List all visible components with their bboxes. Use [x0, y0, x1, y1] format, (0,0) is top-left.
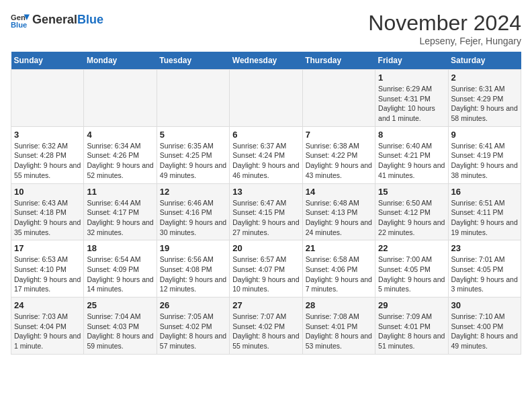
logo-icon: Gen Blue — [11, 11, 30, 30]
day-number: 4 — [87, 130, 153, 140]
calendar-cell: 10Sunrise: 6:43 AM Sunset: 4:18 PM Dayli… — [11, 183, 84, 240]
day-detail: Sunrise: 6:48 AM Sunset: 4:13 PM Dayligh… — [306, 198, 372, 238]
day-detail: Sunrise: 6:56 AM Sunset: 4:08 PM Dayligh… — [160, 255, 226, 294]
day-detail: Sunrise: 6:47 AM Sunset: 4:15 PM Dayligh… — [232, 198, 299, 238]
day-detail: Sunrise: 6:35 AM Sunset: 4:25 PM Dayligh… — [160, 141, 226, 181]
day-detail: Sunrise: 6:44 AM Sunset: 4:17 PM Dayligh… — [87, 198, 153, 238]
calendar-cell — [84, 70, 157, 127]
day-detail: Sunrise: 7:01 AM Sunset: 4:05 PM Dayligh… — [451, 255, 518, 294]
day-detail: Sunrise: 7:03 AM Sunset: 4:04 PM Dayligh… — [14, 312, 81, 351]
day-number: 23 — [451, 243, 518, 253]
calendar-cell: 27Sunrise: 7:07 AM Sunset: 4:02 PM Dayli… — [230, 298, 302, 355]
day-detail: Sunrise: 7:07 AM Sunset: 4:02 PM Dayligh… — [232, 312, 299, 351]
calendar-cell: 29Sunrise: 7:09 AM Sunset: 4:01 PM Dayli… — [375, 298, 448, 355]
calendar-table: SundayMondayTuesdayWednesdayThursdayFrid… — [11, 52, 521, 355]
day-detail: Sunrise: 6:57 AM Sunset: 4:07 PM Dayligh… — [232, 255, 299, 294]
calendar-cell: 24Sunrise: 7:03 AM Sunset: 4:04 PM Dayli… — [11, 298, 84, 355]
day-number: 16 — [451, 187, 518, 197]
day-detail: Sunrise: 6:50 AM Sunset: 4:12 PM Dayligh… — [378, 198, 445, 238]
calendar-cell — [302, 70, 375, 127]
day-detail: Sunrise: 6:34 AM Sunset: 4:26 PM Dayligh… — [87, 141, 153, 181]
calendar-cell: 3Sunrise: 6:32 AM Sunset: 4:28 PM Daylig… — [11, 126, 84, 183]
calendar-week-row: 10Sunrise: 6:43 AM Sunset: 4:18 PM Dayli… — [11, 183, 521, 240]
calendar-cell: 2Sunrise: 6:31 AM Sunset: 4:29 PM Daylig… — [448, 70, 521, 127]
calendar-cell: 19Sunrise: 6:56 AM Sunset: 4:08 PM Dayli… — [157, 240, 229, 298]
calendar-cell: 11Sunrise: 6:44 AM Sunset: 4:17 PM Dayli… — [84, 183, 157, 240]
title-area: November 2024 Lepseny, Fejer, Hungary — [368, 11, 521, 46]
calendar-cell: 21Sunrise: 6:58 AM Sunset: 4:06 PM Dayli… — [302, 240, 375, 298]
calendar-week-row: 17Sunrise: 6:53 AM Sunset: 4:10 PM Dayli… — [11, 240, 521, 298]
col-header-sunday: Sunday — [11, 52, 84, 70]
calendar-cell: 15Sunrise: 6:50 AM Sunset: 4:12 PM Dayli… — [375, 183, 448, 240]
day-number: 3 — [14, 130, 81, 140]
calendar-cell — [11, 70, 84, 127]
logo: Gen Blue GeneralBlue — [11, 11, 103, 30]
day-number: 9 — [451, 130, 518, 140]
day-number: 14 — [306, 187, 372, 197]
header: Gen Blue GeneralBlue November 2024 Lepse… — [11, 11, 521, 46]
day-detail: Sunrise: 7:09 AM Sunset: 4:01 PM Dayligh… — [378, 312, 445, 351]
day-number: 18 — [87, 243, 153, 253]
day-detail: Sunrise: 7:00 AM Sunset: 4:05 PM Dayligh… — [378, 255, 445, 294]
calendar-cell: 6Sunrise: 6:37 AM Sunset: 4:24 PM Daylig… — [230, 126, 302, 183]
calendar-cell: 17Sunrise: 6:53 AM Sunset: 4:10 PM Dayli… — [11, 240, 84, 298]
day-number: 29 — [378, 300, 445, 310]
day-detail: Sunrise: 6:43 AM Sunset: 4:18 PM Dayligh… — [14, 198, 81, 238]
day-number: 24 — [14, 300, 81, 310]
col-header-wednesday: Wednesday — [230, 52, 302, 70]
calendar-cell: 16Sunrise: 6:51 AM Sunset: 4:11 PM Dayli… — [448, 183, 521, 240]
day-number: 8 — [378, 130, 445, 140]
logo-text: GeneralBlue — [32, 13, 103, 27]
day-number: 1 — [378, 73, 445, 83]
day-number: 6 — [232, 130, 299, 140]
day-number: 25 — [87, 300, 153, 310]
calendar-cell: 22Sunrise: 7:00 AM Sunset: 4:05 PM Dayli… — [375, 240, 448, 298]
calendar-week-row: 1Sunrise: 6:29 AM Sunset: 4:31 PM Daylig… — [11, 70, 521, 127]
calendar-cell: 8Sunrise: 6:40 AM Sunset: 4:21 PM Daylig… — [375, 126, 448, 183]
day-number: 22 — [378, 243, 445, 253]
day-number: 13 — [232, 187, 299, 197]
day-number: 28 — [306, 300, 372, 310]
day-number: 11 — [87, 187, 153, 197]
day-number: 26 — [160, 300, 226, 310]
day-detail: Sunrise: 6:37 AM Sunset: 4:24 PM Dayligh… — [232, 141, 299, 181]
day-number: 30 — [451, 300, 518, 310]
calendar-header-row: SundayMondayTuesdayWednesdayThursdayFrid… — [11, 52, 521, 70]
day-number: 19 — [160, 243, 226, 253]
location-subtitle: Lepseny, Fejer, Hungary — [368, 36, 521, 46]
day-detail: Sunrise: 6:53 AM Sunset: 4:10 PM Dayligh… — [14, 255, 81, 294]
day-number: 21 — [306, 243, 372, 253]
day-number: 10 — [14, 187, 81, 197]
day-detail: Sunrise: 6:32 AM Sunset: 4:28 PM Dayligh… — [14, 141, 81, 181]
logo-general: General — [32, 13, 77, 26]
calendar-cell: 5Sunrise: 6:35 AM Sunset: 4:25 PM Daylig… — [157, 126, 229, 183]
svg-text:Gen: Gen — [11, 13, 26, 21]
col-header-saturday: Saturday — [448, 52, 521, 70]
calendar-cell: 28Sunrise: 7:08 AM Sunset: 4:01 PM Dayli… — [302, 298, 375, 355]
calendar-cell: 18Sunrise: 6:54 AM Sunset: 4:09 PM Dayli… — [84, 240, 157, 298]
day-number: 2 — [451, 73, 518, 83]
calendar-cell: 13Sunrise: 6:47 AM Sunset: 4:15 PM Dayli… — [230, 183, 302, 240]
day-number: 20 — [232, 243, 299, 253]
day-detail: Sunrise: 6:58 AM Sunset: 4:06 PM Dayligh… — [306, 255, 372, 294]
day-detail: Sunrise: 6:40 AM Sunset: 4:21 PM Dayligh… — [378, 141, 445, 181]
col-header-monday: Monday — [84, 52, 157, 70]
day-detail: Sunrise: 7:04 AM Sunset: 4:03 PM Dayligh… — [87, 312, 153, 351]
day-number: 17 — [14, 243, 81, 253]
day-detail: Sunrise: 7:05 AM Sunset: 4:02 PM Dayligh… — [160, 312, 226, 351]
day-number: 7 — [306, 130, 372, 140]
day-detail: Sunrise: 6:31 AM Sunset: 4:29 PM Dayligh… — [451, 84, 518, 124]
day-detail: Sunrise: 6:41 AM Sunset: 4:19 PM Dayligh… — [451, 141, 518, 181]
day-detail: Sunrise: 6:29 AM Sunset: 4:31 PM Dayligh… — [378, 84, 445, 124]
calendar-week-row: 24Sunrise: 7:03 AM Sunset: 4:04 PM Dayli… — [11, 298, 521, 355]
day-detail: Sunrise: 6:46 AM Sunset: 4:16 PM Dayligh… — [160, 198, 226, 238]
svg-text:Blue: Blue — [11, 21, 27, 29]
calendar-cell: 25Sunrise: 7:04 AM Sunset: 4:03 PM Dayli… — [84, 298, 157, 355]
calendar-cell: 14Sunrise: 6:48 AM Sunset: 4:13 PM Dayli… — [302, 183, 375, 240]
day-detail: Sunrise: 6:38 AM Sunset: 4:22 PM Dayligh… — [306, 141, 372, 181]
day-detail: Sunrise: 7:08 AM Sunset: 4:01 PM Dayligh… — [306, 312, 372, 351]
calendar-cell: 1Sunrise: 6:29 AM Sunset: 4:31 PM Daylig… — [375, 70, 448, 127]
calendar-cell: 30Sunrise: 7:10 AM Sunset: 4:00 PM Dayli… — [448, 298, 521, 355]
col-header-tuesday: Tuesday — [157, 52, 229, 70]
calendar-cell: 4Sunrise: 6:34 AM Sunset: 4:26 PM Daylig… — [84, 126, 157, 183]
